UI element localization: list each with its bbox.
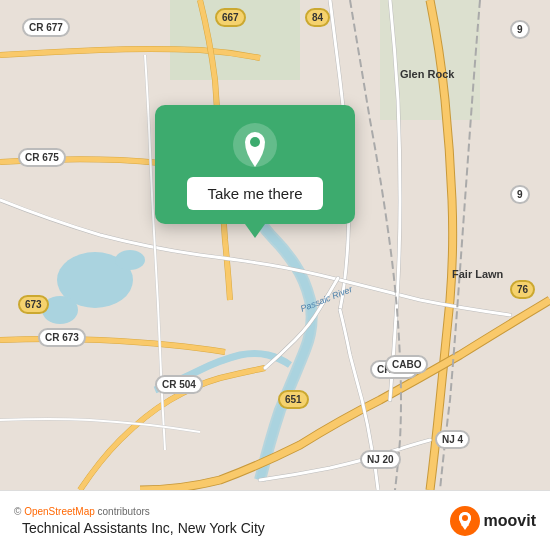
copyright-text: © OpenStreetMap contributors — [14, 506, 450, 517]
place-label-fair-lawn: Fair Lawn — [452, 268, 503, 281]
location-pin-icon — [233, 123, 277, 167]
map-container: Passaic River CR 677667849CR 6759673CR 6… — [0, 0, 550, 490]
location-title: Technical Assistants Inc, New York City — [22, 520, 450, 536]
badge-cr673b: CR 673 — [38, 328, 86, 347]
badge-b9b: 9 — [510, 185, 530, 204]
badge-b667: 667 — [215, 8, 246, 27]
take-me-there-button[interactable]: Take me there — [187, 177, 322, 210]
svg-point-3 — [115, 250, 145, 270]
map-svg: Passaic River — [0, 0, 550, 490]
svg-point-13 — [462, 515, 468, 521]
badge-bnj20: NJ 20 — [360, 450, 401, 469]
badge-cr673a: 673 — [18, 295, 49, 314]
badge-cabo: CABO — [385, 355, 428, 374]
badge-bnj4: NJ 4 — [435, 430, 470, 449]
badge-cr675: CR 675 — [18, 148, 66, 167]
badge-b651: 651 — [278, 390, 309, 409]
popup-card: Take me there — [155, 105, 355, 224]
place-label-glen-rock: Glen Rock — [400, 68, 454, 81]
badge-cr504: CR 504 — [155, 375, 203, 394]
badge-b76: 76 — [510, 280, 535, 299]
badge-b9a: 9 — [510, 20, 530, 39]
badge-b84: 84 — [305, 8, 330, 27]
moovit-icon: m — [450, 506, 480, 536]
bottom-bar: © OpenStreetMap contributors Technical A… — [0, 490, 550, 550]
moovit-label: moovit — [484, 512, 536, 530]
badge-cr677: CR 677 — [22, 18, 70, 37]
moovit-logo: m moovit — [450, 506, 536, 536]
svg-point-9 — [250, 137, 260, 147]
